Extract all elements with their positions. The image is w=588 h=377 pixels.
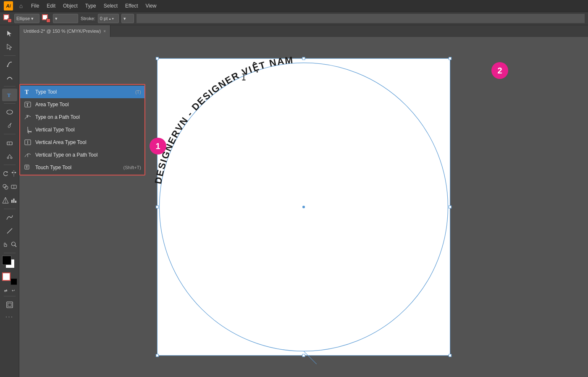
default-colors-icon[interactable]: ↩ [10, 287, 17, 294]
flyout-type-tool[interactable]: T Type Tool (T) [20, 86, 144, 98]
svg-point-49 [302, 206, 305, 208]
toolbar-separator-8 [4, 296, 16, 296]
toolbar-separator-4 [4, 134, 16, 134]
main-area: T [0, 25, 588, 377]
curvature-tool-btn[interactable] [2, 71, 17, 84]
freehand-btn[interactable] [2, 211, 17, 224]
svg-rect-19 [11, 200, 13, 203]
ellipse-tool-btn[interactable] [2, 106, 17, 118]
type-on-path-label: Type on a Path Tool [35, 114, 80, 120]
svg-rect-46 [302, 354, 305, 357]
toolbar-separator-1 [4, 55, 16, 56]
badge-1: 1 [150, 138, 166, 154]
live-paint-btn[interactable] [10, 181, 18, 193]
app-logo: Ai [3, 1, 13, 11]
type-tool-icon: T [24, 88, 32, 96]
svg-text:DESIGNERVN - DESIGNER VIỆT NAM: DESIGNERVN - DESIGNER VIỆT NAM [153, 55, 294, 185]
toolbar-separator-2 [4, 86, 16, 86]
svg-text:T: T [26, 102, 29, 107]
flyout-type-on-path-tool[interactable]: T Type on a Path Tool [20, 111, 144, 123]
tab-close-btn[interactable]: × [103, 29, 106, 34]
stroke-input[interactable]: 0 pt ▲▼ [98, 14, 119, 23]
screen-mode-btn[interactable] [2, 298, 17, 311]
svg-text:T: T [26, 130, 32, 134]
fill-box[interactable] [2, 272, 10, 281]
svg-rect-52 [242, 80, 245, 81]
stroke-icon[interactable] [42, 14, 50, 23]
vertical-type-icon: T [24, 126, 32, 134]
color-swatches[interactable] [2, 256, 17, 271]
menu-edit[interactable]: Edit [43, 2, 59, 10]
measure-btn[interactable] [2, 225, 17, 237]
toolbar-separator-7 [4, 253, 16, 253]
options-spacer [136, 14, 585, 23]
svg-rect-51 [242, 73, 245, 74]
type-tool-btn[interactable]: T [2, 89, 17, 101]
svg-point-6 [10, 157, 12, 159]
shape-label: Ellipse [16, 16, 30, 21]
fill-stroke-icon[interactable] [3, 14, 12, 23]
panel-dots[interactable]: ··· [5, 313, 13, 321]
left-toolbar: T [0, 25, 19, 377]
svg-rect-26 [7, 302, 13, 308]
reflect-tool-btn[interactable] [10, 167, 18, 180]
perspective-grid-btn[interactable] [2, 194, 9, 207]
shape-dropdown[interactable]: Ellipse ▾ [14, 14, 39, 23]
flyout-touch-type-tool[interactable]: T Touch Type Tool (Shift+T) [20, 161, 144, 174]
menu-object[interactable]: Object [60, 2, 81, 10]
svg-rect-3 [7, 142, 12, 145]
svg-point-48 [160, 63, 448, 351]
svg-rect-45 [156, 354, 158, 357]
svg-line-25 [15, 245, 16, 247]
hand-tool-btn[interactable] [2, 238, 9, 251]
menu-effect[interactable]: Effect [122, 2, 141, 10]
swap-icon[interactable]: ⇄ [3, 287, 9, 294]
area-type-label: Area Type Tool [35, 102, 69, 107]
direct-selection-tool-btn[interactable] [2, 41, 17, 53]
stroke-dropdown[interactable]: ▾ [53, 14, 78, 23]
rotate-tool-btn[interactable] [2, 167, 9, 180]
menu-select[interactable]: Select [100, 2, 121, 10]
svg-line-7 [8, 154, 10, 157]
type-tool-shortcut: (T) [135, 89, 141, 94]
stroke-spinner[interactable]: ▲▼ [108, 17, 114, 20]
flyout-vertical-type-on-path-tool[interactable]: Vertical Type on a Path Tool [20, 149, 144, 161]
flyout-area-type-tool[interactable]: T Area Type Tool [20, 98, 144, 111]
doc-area: Untitled-2* @ 150 % (CMYK/Preview) × 1 2 [19, 25, 588, 377]
toolbar-separator-6 [4, 209, 16, 209]
selection-tool-btn[interactable] [2, 27, 17, 40]
ai-logo-icon: Ai [4, 1, 13, 10]
shape-builder-btn[interactable] [2, 181, 9, 193]
scissors-tool-btn[interactable] [2, 150, 17, 162]
svg-line-8 [10, 154, 11, 157]
menu-type[interactable]: Type [82, 2, 100, 10]
pen-tool-btn[interactable] [2, 58, 17, 71]
svg-point-0 [7, 66, 8, 67]
svg-text:T: T [7, 92, 11, 98]
foreground-color-swatch [2, 256, 11, 265]
svg-line-23 [7, 232, 8, 233]
zoom-tool-btn[interactable] [10, 238, 18, 251]
svg-rect-21 [15, 201, 16, 203]
menu-view[interactable]: View [142, 2, 160, 10]
svg-rect-20 [13, 199, 14, 203]
vertical-type-on-path-label: Vertical Type on a Path Tool [35, 152, 97, 158]
stroke-fill-options [2, 272, 17, 285]
flyout-vertical-type-tool[interactable]: T Vertical Type Tool [20, 123, 144, 136]
stroke-style-dropdown[interactable]: ▾ [121, 14, 134, 23]
svg-rect-50 [243, 73, 244, 80]
touch-type-shortcut: (Shift+T) [123, 165, 141, 170]
flyout-vertical-area-type-tool[interactable]: Vertical Area Type Tool [20, 136, 144, 149]
stroke-box[interactable] [10, 278, 17, 285]
svg-text:T: T [25, 89, 29, 95]
svg-rect-43 [156, 206, 158, 208]
options-bar: Ellipse ▾ ▾ Stroke: 0 pt ▲▼ ▾ [0, 12, 588, 25]
bar-graph-btn[interactable] [10, 194, 18, 207]
svg-rect-44 [449, 206, 452, 208]
tab-bar: Untitled-2* @ 150 % (CMYK/Preview) × [19, 25, 588, 37]
home-icon[interactable]: ⌂ [17, 2, 25, 10]
menu-file[interactable]: File [28, 2, 42, 10]
document-tab[interactable]: Untitled-2* @ 150 % (CMYK/Preview) × [19, 25, 110, 37]
paintbrush-tool-btn[interactable] [2, 119, 17, 132]
eraser-tool-btn[interactable] [2, 136, 17, 149]
